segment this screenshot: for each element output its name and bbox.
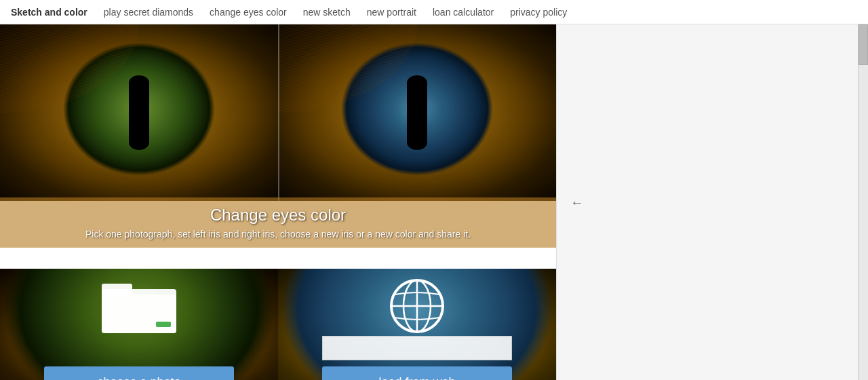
choose-photo-button[interactable]: choose a photo (44, 366, 234, 380)
eye-divider (278, 24, 279, 201)
eye-right-panel (278, 24, 556, 201)
nav-play-secret-diamonds[interactable]: play secret diamonds (104, 7, 193, 18)
scrollbar-thumb[interactable] (859, 24, 868, 65)
action-panels: choose a photo (0, 269, 556, 380)
right-sidebar: ← (556, 24, 868, 380)
eye-images (0, 24, 556, 201)
nav-privacy-policy[interactable]: privacy policy (510, 7, 567, 18)
folder-icon (98, 276, 180, 337)
svg-rect-2 (102, 294, 176, 333)
text-overlay: Change eyes color Pick one photograph, s… (0, 197, 556, 248)
globe-icon-wrap (387, 276, 448, 339)
nav-new-portrait[interactable]: new portrait (367, 7, 416, 18)
center-panel: Change eyes color Pick one photograph, s… (0, 24, 556, 380)
nav-brand[interactable]: Sketch and color (11, 7, 87, 18)
scrollbar[interactable] (858, 24, 868, 380)
folder-icon-wrap (98, 276, 180, 339)
page-subtitle: Pick one photograph, set left iris and r… (14, 229, 542, 240)
eye-right-bg (278, 24, 556, 201)
url-input-wrap (322, 336, 512, 360)
choose-photo-panel: choose a photo (0, 269, 278, 380)
back-arrow[interactable]: ← (570, 195, 584, 210)
nav-loan-calculator[interactable]: loan calculator (433, 7, 494, 18)
globe-icon (387, 276, 448, 337)
eye-left-bg (0, 24, 278, 201)
page-content: Change eyes color Pick one photograph, s… (0, 24, 868, 380)
svg-rect-1 (102, 284, 132, 294)
page-title: Change eyes color (14, 206, 542, 225)
load-web-button[interactable]: load from web (322, 366, 512, 380)
svg-rect-3 (156, 322, 171, 327)
navbar: Sketch and color play secret diamonds ch… (0, 0, 868, 24)
load-web-panel: load from web (278, 269, 556, 380)
nav-change-eyes-color[interactable]: change eyes color (210, 7, 287, 18)
eye-left-panel (0, 24, 278, 201)
nav-new-sketch[interactable]: new sketch (303, 7, 351, 18)
url-input[interactable] (322, 336, 512, 360)
